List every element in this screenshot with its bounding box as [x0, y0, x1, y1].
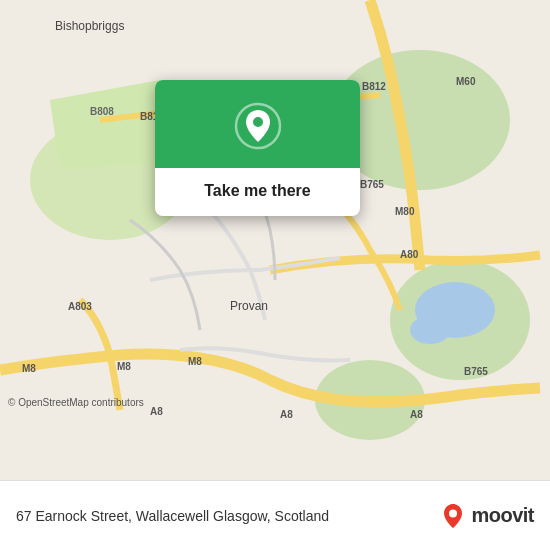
svg-text:A8: A8	[410, 409, 423, 420]
svg-text:Bishopbriggs: Bishopbriggs	[55, 19, 124, 33]
svg-text:B765: B765	[360, 179, 384, 190]
location-popup: Take me there	[155, 80, 360, 216]
svg-point-7	[410, 316, 450, 344]
svg-text:M60: M60	[456, 76, 476, 87]
svg-text:A8: A8	[150, 406, 163, 417]
svg-point-28	[449, 509, 457, 517]
svg-text:M8: M8	[22, 363, 36, 374]
location-pin-icon	[234, 102, 282, 150]
svg-text:B812: B812	[362, 81, 386, 92]
bottom-bar: 67 Earnock Street, Wallacewell Glasgow, …	[0, 480, 550, 550]
svg-text:M8: M8	[117, 361, 131, 372]
address-label: 67 Earnock Street, Wallacewell Glasgow, …	[16, 508, 439, 524]
svg-text:M8: M8	[188, 356, 202, 367]
svg-text:A8: A8	[280, 409, 293, 420]
moovit-brand-text: moovit	[471, 504, 534, 527]
map-background: B808 B812 B812 B812 M60 B765 A80 M80 M8 …	[0, 0, 550, 480]
svg-text:Provan: Provan	[230, 299, 268, 313]
take-me-there-button[interactable]: Take me there	[188, 168, 326, 216]
svg-text:M80: M80	[395, 206, 415, 217]
moovit-logo: moovit	[439, 502, 534, 530]
svg-point-27	[253, 117, 263, 127]
map-container: B808 B812 B812 B812 M60 B765 A80 M80 M8 …	[0, 0, 550, 480]
popup-header	[155, 80, 360, 168]
map-attribution: © OpenStreetMap contributors	[8, 397, 144, 408]
moovit-pin-icon	[439, 502, 467, 530]
svg-text:B808: B808	[90, 106, 114, 117]
svg-text:B765: B765	[464, 366, 488, 377]
svg-text:A80: A80	[400, 249, 419, 260]
svg-text:A803: A803	[68, 301, 92, 312]
